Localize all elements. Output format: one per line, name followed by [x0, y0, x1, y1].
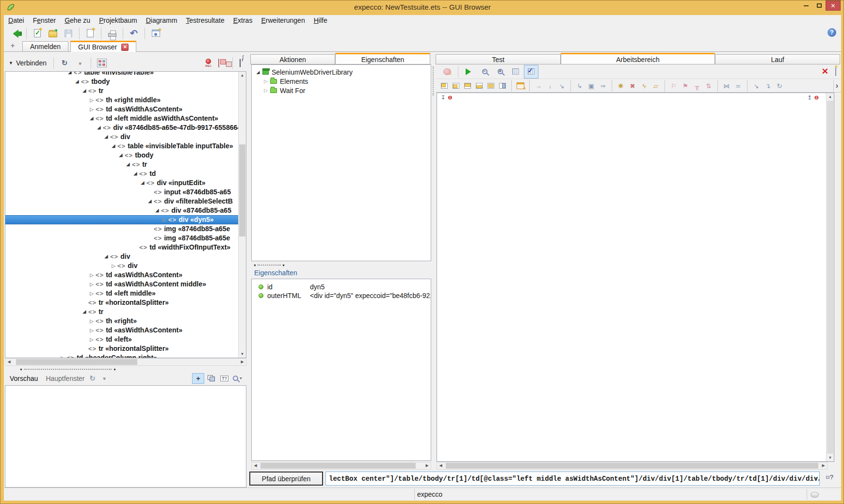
undo-button[interactable]: ↶ [127, 27, 141, 40]
preview-refresh-options-button[interactable]: » [101, 372, 109, 385]
diagram-canvas[interactable]: ↧⊖ ↥⊖ ▲ ▼ [437, 93, 834, 462]
preview-splitter[interactable]: ▼▼ [19, 367, 116, 371]
output-anchor-icon[interactable]: ↥ [808, 94, 812, 101]
help-button[interactable]: ? [828, 28, 836, 37]
show-in-window-button[interactable] [515, 80, 526, 91]
expand-icon[interactable]: ▷ [88, 270, 95, 280]
scroll-left-icon[interactable]: ◀ [5, 359, 13, 365]
tab-test[interactable]: Test [436, 54, 561, 64]
tree-row[interactable]: ▷<>th «right» [5, 316, 239, 326]
collapse-icon[interactable]: ◢ [132, 169, 139, 178]
menu-item-extras[interactable]: Extras [229, 16, 257, 25]
collapse-icon[interactable]: ◢ [81, 307, 88, 316]
tree-row[interactable]: ◢<>tr [5, 307, 239, 316]
tree-row[interactable]: ◢<>div «8746db85-a65e-47db-9917-6558664 [5, 123, 239, 132]
scrollbar-thumb[interactable] [239, 144, 245, 236]
breakpoint-button[interactable]: ϟ [638, 80, 650, 91]
expand-icon[interactable]: ▷ [262, 88, 269, 93]
panel-splitter[interactable] [433, 66, 435, 95]
tree-row[interactable]: <>td «widthFixOfInputText» [5, 243, 239, 252]
scroll-left-icon[interactable]: ◀ [252, 462, 259, 469]
collapse-icon[interactable]: ◢ [74, 77, 81, 86]
tree-row[interactable]: <>tr «horizontalSplitter» [5, 344, 239, 353]
close-tab-icon[interactable]: ✕ [121, 44, 129, 51]
perspective-tab-gui-browser[interactable]: GUI Browser✕ [70, 41, 136, 52]
pin-input-button[interactable]: ⚐ [668, 80, 680, 91]
xpath-input[interactable]: lectBox center"]/table/tbody/tr[1]/td[@c… [325, 472, 820, 486]
pin-cycle-button[interactable]: ⇅ [703, 80, 714, 91]
collapse-icon[interactable]: ◢ [125, 160, 131, 169]
back-button[interactable]: » [8, 27, 23, 40]
scrollbar-thumb[interactable] [260, 463, 416, 469]
link-button[interactable]: ≍ [732, 80, 744, 91]
tab-eigenschaften[interactable]: Eigenschaften [335, 53, 430, 64]
scroll-right-icon[interactable]: ▶ [423, 462, 431, 469]
conn-corner-button[interactable]: ↴ [762, 80, 774, 91]
scroll-right-icon[interactable]: ▶ [239, 359, 246, 365]
menu-item-datei[interactable]: Datei [4, 16, 29, 25]
scroll-up-icon[interactable]: ▲ [827, 93, 834, 100]
menu-item-diagramm[interactable]: Diagramm [142, 16, 182, 25]
property-row[interactable]: iddyn5 [252, 283, 431, 291]
tree-row[interactable]: ▷<>td «headerColumn right» [5, 353, 239, 358]
dock-right-button[interactable] [497, 80, 508, 91]
conn-loop-button[interactable]: ↻ [774, 80, 785, 91]
connect-button[interactable]: ▼ Verbinden [5, 58, 50, 68]
scrollbar-thumb[interactable] [446, 463, 818, 469]
expand-icon[interactable]: ▷ [88, 326, 95, 335]
conn-straight-button[interactable]: ↘ [750, 80, 762, 91]
tree-row[interactable]: ◢<>tr [5, 86, 239, 95]
menu-item-projektbaum[interactable]: Projektbaum [95, 16, 142, 25]
record-button[interactable]: REC [205, 59, 211, 67]
scroll-down-icon[interactable]: ▼ [827, 454, 834, 461]
collapse-icon[interactable]: ◢ [255, 70, 261, 75]
tree-row[interactable]: ▷<>td «asWidthAsContent middle» [5, 280, 239, 289]
mouse-tracking-button[interactable] [236, 59, 244, 67]
collapse-icon[interactable]: ◢ [146, 197, 153, 206]
menu-item-testresultate[interactable]: Testresultate [181, 16, 228, 25]
scroll-right-icon[interactable]: ▶ [820, 462, 827, 469]
menu-item-gehe-zu[interactable]: Gehe zu [60, 16, 95, 25]
new-window-button[interactable] [828, 67, 836, 76]
grid-snap-button[interactable] [524, 65, 538, 79]
tree-row[interactable]: ◢<>tr [5, 160, 239, 169]
note-button[interactable]: ▱ [650, 80, 662, 91]
maximize-button[interactable] [812, 0, 826, 11]
close-button[interactable]: ✕ [826, 0, 841, 11]
tree-row[interactable]: <>input «8746db85-a65 [5, 188, 239, 197]
collapse-icon[interactable]: ◢ [81, 86, 88, 95]
widget-grid-button[interactable] [95, 56, 109, 70]
collapse-icon[interactable]: ◢ [154, 206, 161, 215]
dock-top-button[interactable] [462, 80, 473, 91]
tree-row[interactable]: ◢<>div «inputEdit» [5, 178, 239, 188]
dock-bottom-button[interactable] [473, 80, 485, 91]
refresh-options-button[interactable]: » [73, 56, 87, 70]
action-tree-row[interactable]: ◢SeleniumWebDriverLibrary [252, 67, 431, 77]
dock-left-bottom-button[interactable] [450, 80, 462, 91]
refresh-button[interactable]: ↻ [57, 56, 72, 70]
scroll-down-icon[interactable]: ▼ [239, 350, 246, 358]
record-script-button[interactable] [440, 65, 454, 79]
tree-row[interactable]: ▷<>th «right middle» [5, 95, 239, 105]
expand-icon[interactable]: ▷ [88, 335, 95, 344]
new-block-button[interactable]: ▣ [585, 80, 597, 91]
new-input-pin-button[interactable]: ↳ [574, 80, 585, 91]
preview-view-vorschau[interactable]: Vorschau [10, 375, 38, 382]
scroll-up-icon[interactable]: ▲ [239, 72, 246, 79]
tree-row[interactable]: ▷<>div [5, 261, 239, 270]
action-tree-row[interactable]: ▷Wait For [252, 86, 431, 95]
stop-pin-icon[interactable]: ⊖ [448, 94, 452, 101]
new-page-button[interactable] [83, 27, 97, 40]
property-row[interactable]: outerHTML<div id="dyn5" expeccoid="be48f… [252, 291, 431, 300]
path-help-button[interactable]: ? [826, 473, 833, 481]
input-anchor-icon[interactable]: ↧ [441, 94, 445, 101]
open-button[interactable] [46, 27, 60, 40]
collapse-icon[interactable]: ◢ [117, 151, 124, 160]
expand-icon[interactable]: ▷ [110, 261, 117, 270]
title-bar[interactable]: expecco: NewTestsuite.ets -- GUI Browser… [0, 0, 844, 15]
minimize-button[interactable] [799, 0, 812, 11]
scrollbar-thumb[interactable] [827, 101, 833, 454]
preview-view-hauptfenster[interactable]: Hauptfenster [46, 375, 84, 382]
menu-item-erweiterungen[interactable]: Erweiterungen [257, 16, 309, 25]
run-button[interactable] [462, 65, 476, 79]
